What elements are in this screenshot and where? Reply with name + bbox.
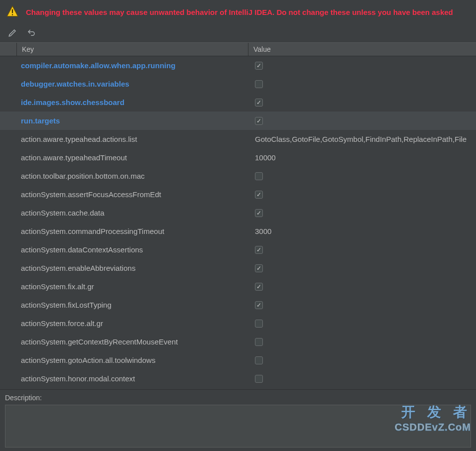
table-row[interactable]: action.toolbar.position.bottom.on.mac <box>0 167 476 185</box>
table-body: compiler.automake.allow.when.app.running… <box>0 56 476 384</box>
registry-key[interactable]: debugger.watches.in.variables <box>17 80 248 88</box>
registry-value[interactable] <box>248 117 476 125</box>
registry-value[interactable] <box>248 283 476 291</box>
value-checkbox[interactable] <box>255 356 263 364</box>
registry-value[interactable] <box>248 191 476 199</box>
value-checkbox[interactable] <box>255 320 263 328</box>
registry-value[interactable] <box>248 99 476 107</box>
value-checkbox[interactable] <box>255 191 263 199</box>
registry-value[interactable] <box>248 209 476 217</box>
value-checkbox[interactable] <box>255 375 263 383</box>
description-label: Description: <box>5 394 471 402</box>
table-row[interactable]: debugger.watches.in.variables <box>0 75 476 93</box>
value-checkbox[interactable] <box>255 80 263 88</box>
registry-value[interactable] <box>248 320 476 328</box>
registry-key[interactable]: action.aware.typeaheadTimeout <box>17 153 248 162</box>
value-checkbox[interactable] <box>255 301 263 309</box>
registry-value[interactable] <box>248 80 476 88</box>
column-header-value[interactable]: Value <box>248 43 476 56</box>
table-row[interactable]: actionSystem.cache.data <box>0 204 476 222</box>
registry-key[interactable]: actionSystem.dataContextAssertions <box>17 245 248 254</box>
value-checkbox[interactable] <box>255 246 263 254</box>
value-checkbox[interactable] <box>255 283 263 291</box>
table-header: Key Value <box>0 42 476 56</box>
registry-key[interactable]: actionSystem.gotoAction.all.toolwindows <box>17 356 248 364</box>
value-checkbox[interactable] <box>255 264 263 272</box>
registry-key[interactable]: ide.images.show.chessboard <box>17 98 248 107</box>
svg-rect-1 <box>12 14 13 15</box>
table-row[interactable]: action.aware.typeaheadTimeout10000 <box>0 148 476 167</box>
registry-value[interactable] <box>248 246 476 254</box>
column-header-key[interactable]: Key <box>17 43 248 56</box>
table-row[interactable]: actionSystem.dataContextAssertions <box>0 240 476 259</box>
table-row[interactable]: run.targets <box>0 112 476 130</box>
registry-value[interactable] <box>248 264 476 272</box>
table-row[interactable]: actionSystem.honor.modal.context <box>0 369 476 384</box>
table-row[interactable]: ide.images.show.chessboard <box>0 93 476 112</box>
registry-table: Key Value compiler.automake.allow.when.a… <box>0 42 476 384</box>
header-gutter <box>0 43 17 56</box>
table-row[interactable]: actionSystem.fix.alt.gr <box>0 277 476 296</box>
value-checkbox[interactable] <box>255 62 263 70</box>
value-checkbox[interactable] <box>255 338 263 346</box>
registry-key[interactable]: actionSystem.commandProcessingTimeout <box>17 227 248 235</box>
warning-banner: Changing these values may cause unwanted… <box>0 0 476 26</box>
table-row[interactable]: actionSystem.gotoAction.all.toolwindows <box>0 351 476 369</box>
value-checkbox[interactable] <box>255 172 263 180</box>
registry-key[interactable]: action.toolbar.position.bottom.on.mac <box>17 172 248 180</box>
registry-key[interactable]: actionSystem.getContextByRecentMouseEven… <box>17 338 248 346</box>
registry-key[interactable]: actionSystem.fix.alt.gr <box>17 282 248 291</box>
edit-button[interactable] <box>7 27 18 38</box>
description-panel: Description: <box>0 389 476 451</box>
registry-value[interactable] <box>248 338 476 346</box>
revert-button[interactable] <box>26 27 37 38</box>
table-row[interactable]: compiler.automake.allow.when.app.running <box>0 56 476 75</box>
registry-value[interactable]: 10000 <box>248 153 476 162</box>
registry-key[interactable]: actionSystem.assertFocusAccessFromEdt <box>17 190 248 199</box>
registry-key[interactable]: actionSystem.honor.modal.context <box>17 374 248 383</box>
registry-key[interactable]: compiler.automake.allow.when.app.running <box>17 61 248 70</box>
table-row[interactable]: actionSystem.enableAbbreviations <box>0 259 476 277</box>
description-textarea[interactable] <box>5 405 471 448</box>
registry-value[interactable] <box>248 301 476 309</box>
registry-key[interactable]: run.targets <box>17 116 248 125</box>
table-row[interactable]: actionSystem.commandProcessingTimeout300… <box>0 222 476 240</box>
registry-value[interactable] <box>248 172 476 180</box>
registry-value[interactable] <box>248 62 476 70</box>
warning-triangle-icon <box>6 5 19 19</box>
toolbar <box>0 26 476 42</box>
registry-key[interactable]: actionSystem.enableAbbreviations <box>17 264 248 272</box>
table-row[interactable]: actionSystem.assertFocusAccessFromEdt <box>0 185 476 204</box>
registry-value[interactable] <box>248 375 476 383</box>
registry-value[interactable]: 3000 <box>248 227 476 235</box>
value-checkbox[interactable] <box>255 209 263 217</box>
table-row[interactable]: action.aware.typeahead.actions.listGotoC… <box>0 130 476 148</box>
value-checkbox[interactable] <box>255 99 263 107</box>
registry-value[interactable]: GotoClass,GotoFile,GotoSymbol,FindInPath… <box>248 135 476 143</box>
svg-rect-0 <box>12 9 13 13</box>
table-row[interactable]: actionSystem.fixLostTyping <box>0 296 476 314</box>
registry-key[interactable]: action.aware.typeahead.actions.list <box>17 135 248 143</box>
table-row[interactable]: actionSystem.force.alt.gr <box>0 314 476 333</box>
table-row[interactable]: actionSystem.getContextByRecentMouseEven… <box>0 333 476 351</box>
warning-text: Changing these values may cause unwanted… <box>26 8 453 16</box>
registry-value[interactable] <box>248 356 476 364</box>
registry-key[interactable]: actionSystem.force.alt.gr <box>17 319 248 328</box>
registry-key[interactable]: actionSystem.cache.data <box>17 209 248 217</box>
value-checkbox[interactable] <box>255 117 263 125</box>
registry-key[interactable]: actionSystem.fixLostTyping <box>17 301 248 309</box>
